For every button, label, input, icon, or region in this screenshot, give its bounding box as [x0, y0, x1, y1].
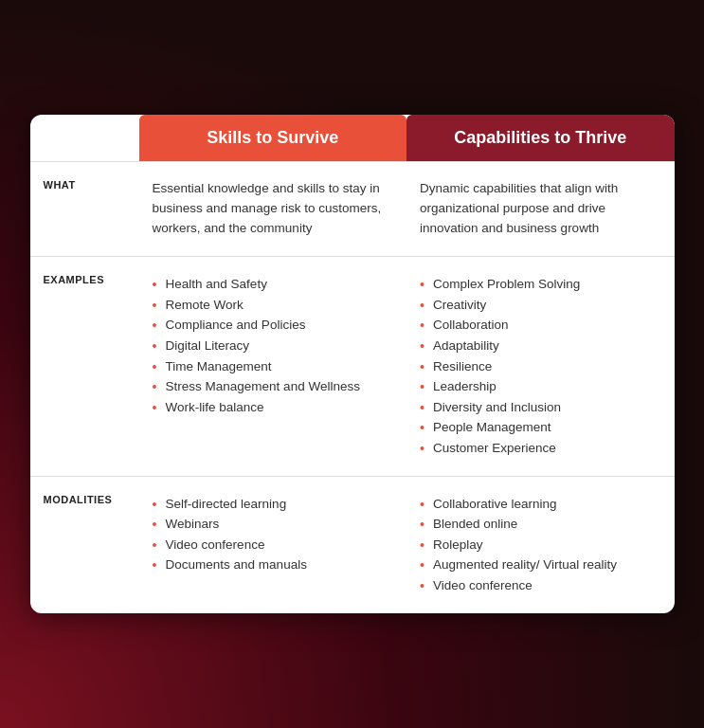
- thrive-title: Capabilities to Thrive: [454, 128, 626, 147]
- what-thrive-text: Dynamic capabilities that align with org…: [420, 179, 660, 239]
- list-item: Resilience: [420, 356, 660, 377]
- list-item: Health and Safety: [153, 274, 393, 295]
- list-item: Customer Experience: [420, 438, 660, 459]
- what-survive-text: Essential knowledge and skills to stay i…: [153, 179, 393, 239]
- list-item: Augmented reality/ Virtual reality: [420, 555, 660, 575]
- list-item: Leadership: [420, 376, 660, 397]
- thrive-header-cell: Capabilities to Thrive: [406, 115, 674, 162]
- list-item: Creativity: [420, 295, 660, 316]
- modalities-label: MODALITIES: [30, 476, 139, 612]
- list-item: Video conference: [153, 535, 393, 555]
- survive-header-cell: Skills to Survive: [139, 115, 406, 162]
- examples-survive-list: Health and SafetyRemote WorkCompliance a…: [153, 274, 393, 417]
- modalities-thrive-list: Collaborative learningBlended onlineRole…: [420, 494, 660, 596]
- examples-row: EXAMPLES Health and SafetyRemote WorkCom…: [30, 257, 675, 476]
- modalities-thrive-cell: Collaborative learningBlended onlineRole…: [406, 476, 674, 612]
- examples-thrive-list: Complex Problem SolvingCreativityCollabo…: [420, 274, 660, 458]
- list-item: Collaborative learning: [420, 494, 660, 515]
- examples-thrive-cell: Complex Problem SolvingCreativityCollabo…: [406, 257, 674, 476]
- examples-survive-cell: Health and SafetyRemote WorkCompliance a…: [139, 257, 406, 476]
- list-item: Time Management: [153, 356, 393, 377]
- list-item: Webinars: [153, 514, 393, 535]
- list-item: Roleplay: [420, 535, 660, 555]
- list-item: Compliance and Policies: [153, 315, 393, 336]
- what-thrive-cell: Dynamic capabilities that align with org…: [406, 162, 674, 257]
- list-item: Documents and manuals: [153, 555, 393, 575]
- survive-header: Skills to Survive: [139, 115, 406, 161]
- list-item: Stress Management and Wellness: [153, 376, 393, 397]
- modalities-row: MODALITIES Self-directed learningWebinar…: [30, 476, 675, 612]
- examples-label: EXAMPLES: [30, 257, 139, 476]
- list-item: Remote Work: [153, 295, 393, 316]
- list-item: Complex Problem Solving: [420, 274, 660, 295]
- list-item: Digital Literacy: [153, 336, 393, 356]
- list-item: Diversity and Inclusion: [420, 397, 660, 418]
- header-empty-cell: [30, 115, 139, 162]
- what-label: WHAT: [30, 162, 139, 257]
- header-row: Skills to Survive Capabilities to Thrive: [30, 115, 675, 162]
- what-survive-cell: Essential knowledge and skills to stay i…: [139, 162, 406, 257]
- list-item: Adaptability: [420, 336, 660, 356]
- modalities-survive-cell: Self-directed learningWebinarsVideo conf…: [139, 476, 406, 612]
- list-item: Self-directed learning: [153, 494, 393, 515]
- what-row: WHAT Essential knowledge and skills to s…: [30, 162, 675, 257]
- modalities-survive-list: Self-directed learningWebinarsVideo conf…: [153, 494, 393, 575]
- main-card: Skills to Survive Capabilities to Thrive…: [30, 115, 675, 612]
- survive-title: Skills to Survive: [207, 128, 338, 147]
- list-item: Video conference: [420, 575, 660, 596]
- thrive-header: Capabilities to Thrive: [406, 115, 674, 161]
- list-item: People Management: [420, 417, 660, 438]
- list-item: Work-life balance: [153, 397, 393, 418]
- list-item: Blended online: [420, 514, 660, 535]
- list-item: Collaboration: [420, 315, 660, 336]
